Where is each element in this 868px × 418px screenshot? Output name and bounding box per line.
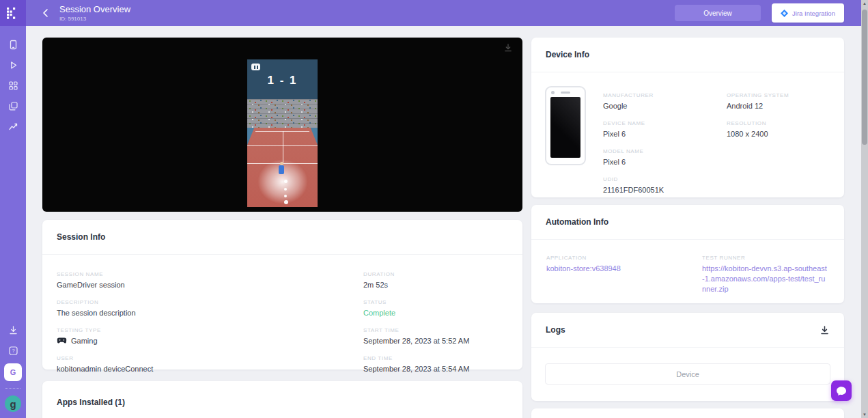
grid-icon	[8, 81, 18, 91]
application-link[interactable]: kobiton-store:v638948	[546, 264, 702, 273]
download-icon	[503, 43, 513, 53]
automation-info-title: Automation Info	[531, 205, 844, 240]
chat-widget-button[interactable]	[831, 380, 852, 401]
header-title-block: Session Overview ID: 591013	[59, 4, 130, 22]
logs-device-tab[interactable]: Device	[545, 363, 830, 385]
download-icon	[820, 325, 830, 335]
apps-installed-title: Apps Installed (1)	[42, 381, 522, 418]
kobiton-logo[interactable]	[0, 0, 26, 26]
download-icon	[8, 325, 18, 335]
test-runner-field: TEST RUNNER https://kobiton-devvn.s3.ap-…	[702, 255, 827, 294]
kobiton-logo-icon	[7, 8, 19, 19]
jira-integration-button[interactable]: Jira Integration	[772, 3, 844, 23]
apps-installed-panel: Apps Installed (1)	[42, 381, 522, 418]
scrollbar-thumb[interactable]	[862, 10, 867, 145]
session-info-right-column: DURATION 2m 52s STATUS Complete START TI…	[363, 271, 522, 383]
help-icon: ?	[8, 346, 18, 356]
description-field: DESCRIPTION The session description	[57, 299, 363, 318]
overview-button-label: Overview	[703, 10, 732, 17]
play-icon	[8, 60, 18, 70]
back-button[interactable]	[40, 8, 51, 18]
brand-logo-letter: g	[10, 398, 16, 410]
status-badge: Complete	[363, 308, 522, 318]
gamedriver-badge-letter: G	[10, 368, 16, 376]
status-field: STATUS Complete	[363, 299, 522, 318]
chart-line-icon	[8, 122, 18, 132]
top-header: Session Overview ID: 591013 Overview Jir…	[0, 0, 861, 26]
page-title: Session Overview	[59, 4, 130, 14]
logs-title: Logs	[546, 325, 565, 335]
session-info-left-column: SESSION NAME GameDriver session DESCRIPT…	[57, 271, 363, 383]
session-info-title: Session Info	[42, 220, 522, 255]
sidebar-item-reports[interactable]	[0, 116, 26, 137]
testing-type-field: TESTING TYPE Gaming	[57, 327, 363, 346]
smartphone-icon	[8, 40, 18, 50]
gamedriver-active-badge[interactable]: G	[4, 363, 22, 381]
gamedriver-brand-logo: g	[5, 395, 21, 412]
resolution-field: RESOLUTION 1080 x 2400	[727, 120, 789, 139]
device-info-left-column: MANUFACTURER Google DEVICE NAME Pixel 6 …	[603, 92, 727, 204]
left-sidebar: ? G g	[0, 26, 26, 418]
gamepad-icon	[57, 337, 67, 344]
session-info-panel: Session Info SESSION NAME GameDriver ses…	[42, 220, 522, 370]
device-info-right-column: OPERATING SYSTEM Android 12 RESOLUTION 1…	[727, 92, 789, 204]
test-runner-link[interactable]: https://kobiton-devvn.s3.ap-southeast-1.…	[702, 264, 827, 294]
user-field: USER kobitonadmin deviceConnect	[57, 355, 363, 374]
game-court	[247, 128, 318, 207]
device-info-title: Device Info	[531, 38, 844, 72]
session-name-field: SESSION NAME GameDriver session	[57, 271, 363, 290]
chat-bubble-icon	[836, 386, 847, 396]
model-name-field: MODEL NAME Pixel 6	[603, 148, 727, 167]
game-player	[279, 165, 284, 174]
game-score: 1 - 1	[247, 74, 318, 87]
duration-field: DURATION 2m 52s	[363, 271, 522, 290]
next-panel-partial	[531, 408, 844, 418]
scrollbar-up-arrow[interactable]: ▲	[861, 1, 868, 5]
sidebar-item-downloads[interactable]	[0, 320, 26, 340]
device-name-field: DEVICE NAME Pixel 6	[603, 120, 727, 139]
operating-system-field: OPERATING SYSTEM Android 12	[727, 92, 789, 111]
sidebar-item-help[interactable]: ?	[0, 340, 26, 361]
device-info-panel: Device Info MANUFACTURER Google DEVICE N…	[531, 38, 844, 197]
udid-field: UDID 21161FDF60051K	[603, 176, 727, 195]
application-field: APPLICATION kobiton-store:v638948	[546, 255, 702, 294]
sidebar-divider	[5, 388, 20, 389]
session-id: ID: 591013	[59, 16, 130, 22]
sidebar-item-devices[interactable]	[0, 34, 26, 55]
automation-info-panel: Automation Info APPLICATION kobiton-stor…	[531, 205, 844, 303]
svg-text:?: ?	[12, 348, 14, 354]
session-video-panel: 1 - 1	[42, 38, 522, 212]
game-pause-icon	[251, 64, 260, 70]
page-scrollbar: ▲ ▼	[861, 0, 868, 418]
sidebar-item-session-explorer[interactable]	[0, 96, 26, 116]
start-time-field: START TIME September 28, 2023 at 5:52 AM	[363, 327, 522, 346]
game-screenshot: 1 - 1	[247, 59, 318, 207]
game-crowd	[247, 99, 318, 128]
device-illustration	[545, 86, 586, 165]
sidebar-bottom-group: ? G g	[0, 311, 26, 418]
overview-button[interactable]: Overview	[675, 5, 761, 21]
logs-panel: Logs Device	[531, 313, 844, 401]
jira-icon	[781, 10, 788, 17]
sidebar-item-apps[interactable]	[0, 75, 26, 96]
jira-button-label: Jira Integration	[792, 10, 835, 17]
scrollbar-down-arrow[interactable]: ▼	[861, 413, 868, 417]
end-time-field: END TIME September 28, 2023 at 5:54 AM	[363, 355, 522, 374]
chevron-left-icon	[42, 8, 48, 18]
sidebar-item-sessions-play[interactable]	[0, 55, 26, 75]
logs-download-button[interactable]	[820, 325, 830, 335]
copy-layers-icon	[8, 101, 18, 111]
manufacturer-field: MANUFACTURER Google	[603, 92, 727, 111]
video-download-button[interactable]	[503, 43, 513, 53]
session-overview-page: Session Overview ID: 591013 Overview Jir…	[0, 0, 868, 418]
